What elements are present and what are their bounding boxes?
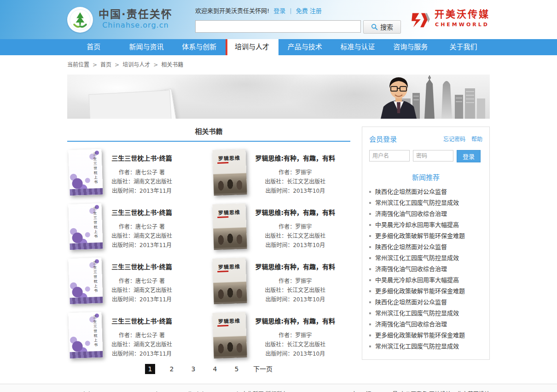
- book-cover-title: 罗辑思维: [212, 153, 246, 164]
- register-link[interactable]: 免费 注册: [296, 6, 322, 16]
- book-title[interactable]: 三生三世枕上书·终篇: [111, 208, 172, 218]
- book-publish-date: 出版时间：2013年10月: [255, 295, 336, 304]
- breadcrumb: 当前位置>首页>培训与人才>相关书籍: [67, 61, 490, 69]
- news-list-item[interactable]: 陕西化企坦然面对公众监督: [369, 297, 482, 308]
- nav-item[interactable]: 产品与技术: [278, 39, 331, 55]
- nav-item[interactable]: 体系与创新: [173, 39, 226, 55]
- book-list-item[interactable]: 三生三世枕上书 三生三世枕上书·终篇 作者：唐七公子 著 出版社：湖南文艺出版社…: [67, 150, 207, 196]
- book-list-item[interactable]: 罗辑思维 罗辑思维:有种，有趣，有料 作者：罗振宇 出版社：长江文艺出版社 出版…: [211, 204, 351, 250]
- book-list-item[interactable]: 三生三世枕上书 三生三世枕上书·终篇 作者：唐七公子 著 出版社：湖南文艺出版社…: [67, 204, 207, 250]
- news-list-item[interactable]: 更多细化政策破解节能环保金难题: [369, 286, 482, 297]
- search-input[interactable]: [195, 20, 361, 33]
- bullet-icon: [369, 246, 371, 248]
- book-author: 作者：唐七公子 著: [111, 222, 172, 231]
- nav-item[interactable]: 首页: [67, 39, 120, 55]
- pagination-page[interactable]: 5: [232, 364, 242, 374]
- page: 中国·责任关怀 Chinahse.org.cn 欢迎来到开美沃责任关怀网! 登录…: [0, 0, 557, 10]
- banner-image: [67, 75, 490, 119]
- breadcrumb-item[interactable]: 培训与人才: [122, 60, 150, 70]
- news-list-item[interactable]: 济南强化油气回收综合治理: [369, 264, 482, 275]
- news-list-item[interactable]: 济南强化油气回收综合治理: [369, 319, 482, 330]
- news-list-item[interactable]: 常州滨江化工园废气防控显成效: [369, 308, 482, 319]
- book-list-item[interactable]: 罗辑思维 罗辑思维:有种，有趣，有料 作者：罗振宇 出版社：长江文艺出版社 出版…: [211, 150, 351, 196]
- nav-item[interactable]: 咨询与服务: [384, 39, 437, 55]
- book-title[interactable]: 罗辑思维:有种，有趣，有料: [255, 153, 336, 163]
- brand-name-cn: 开美沃传媒: [435, 9, 490, 19]
- news-item-text: 陕西化企坦然面对公众监督: [375, 297, 447, 308]
- search-button-label: 搜索: [380, 22, 393, 31]
- book-author: 作者：唐七公子 著: [111, 277, 172, 286]
- book-title[interactable]: 罗辑思维:有种，有趣，有料: [255, 208, 336, 218]
- book-author: 作者：罗振宇: [255, 331, 336, 340]
- news-list-item[interactable]: 陕西化企坦然面对公众监督: [369, 186, 482, 197]
- breadcrumb-separator: >: [115, 60, 119, 70]
- book-list-item[interactable]: 三生三世枕上书 三生三世枕上书·终篇 作者：唐七公子 著 出版社：湖南文艺出版社…: [67, 258, 207, 304]
- breadcrumb-separator: >: [153, 60, 158, 70]
- bullet-icon: [369, 323, 371, 325]
- nav-item-label: 标准与认证: [341, 43, 375, 51]
- site-logo[interactable]: 中国·责任关怀 Chinahse.org.cn: [67, 7, 191, 33]
- book-title[interactable]: 罗辑思维:有种，有趣，有料: [255, 262, 336, 272]
- news-list-item[interactable]: 中昊晨光冷却水回用率大幅提高: [369, 275, 482, 286]
- breadcrumb-separator: >: [93, 60, 97, 70]
- book-publisher: 出版社：湖南文艺出版社: [111, 177, 172, 186]
- forgot-password-link[interactable]: 忘记密码: [443, 134, 465, 144]
- footer-right-text: 京ICP证100512号 京公网安备 网站设计：北京蓝蓝设计: [351, 389, 490, 392]
- password-input[interactable]: [413, 150, 453, 161]
- pagination: 12345 下一页: [67, 364, 350, 374]
- nav-item-label: 培训与人才: [235, 43, 269, 51]
- news-item-text: 济南强化油气回收综合治理: [375, 264, 447, 275]
- site-title: 中国·责任关怀: [99, 9, 173, 19]
- login-button[interactable]: 登录: [457, 150, 481, 162]
- nav-item[interactable]: 新闻与资讯: [120, 39, 173, 55]
- banner-papers-art: [92, 89, 176, 119]
- book-list-item[interactable]: 罗辑思维 罗辑思维:有种，有趣，有料 作者：罗振宇 出版社：长江文艺出版社 出版…: [211, 312, 351, 358]
- books-section: 相关书籍 三生三世枕上书 三生三世枕上书·终篇 作者：唐七公子 著 出版社：湖南…: [67, 127, 350, 374]
- book-publish-date: 出版时间：2013年11月: [111, 295, 172, 304]
- book-title[interactable]: 三生三世枕上书·终篇: [111, 262, 172, 272]
- book-author: 作者：唐七公子 著: [111, 331, 172, 340]
- book-cover-image: 罗辑思维: [212, 258, 247, 304]
- search-button[interactable]: 搜索: [363, 20, 401, 34]
- login-link[interactable]: 登录: [273, 6, 285, 16]
- member-login-title: 会员登录: [369, 134, 397, 144]
- breadcrumb-item: 相关书籍: [161, 60, 183, 70]
- book-title[interactable]: 三生三世枕上书·终篇: [111, 316, 172, 326]
- news-list-item[interactable]: 常州滨江化工园废气防控显成效: [369, 197, 482, 208]
- nav-item-label: 产品与技术: [288, 43, 322, 51]
- book-title[interactable]: 三生三世枕上书·终篇: [111, 153, 172, 163]
- book-title[interactable]: 罗辑思维:有种，有趣，有料: [255, 316, 336, 326]
- pagination-page[interactable]: 1: [145, 364, 155, 374]
- pagination-page[interactable]: 4: [210, 364, 220, 374]
- news-list-item[interactable]: 常州滨江化工园废气防控显成效: [369, 253, 482, 264]
- copyright-text: Copyright © 2009-2013 www.ccin.com.cn Al…: [67, 389, 288, 392]
- nav-item[interactable]: 关于我们: [437, 39, 490, 55]
- book-list-item[interactable]: 罗辑思维 罗辑思维:有种，有趣，有料 作者：罗振宇 出版社：长江文艺出版社 出版…: [211, 258, 351, 304]
- nav-item[interactable]: 培训与人才: [226, 39, 278, 55]
- news-item-text: 陕西化企坦然面对公众监督: [375, 186, 447, 197]
- news-list-item[interactable]: 中昊晨光冷却水回用率大幅提高: [369, 219, 482, 231]
- book-cover-title: 罗辑思维: [212, 316, 246, 327]
- news-recommend-title: 新闻推荐: [369, 173, 482, 183]
- news-item-text: 更多细化政策破解节能环保金难题: [375, 330, 465, 341]
- username-input[interactable]: [369, 150, 410, 161]
- news-item-text: 中昊晨光冷却水回用率大幅提高: [375, 219, 459, 231]
- news-item-text: 更多细化政策破解节能环保金难题: [375, 231, 465, 242]
- help-link[interactable]: 帮助: [471, 134, 482, 144]
- news-list-item[interactable]: 济南强化油气回收综合治理: [369, 208, 482, 219]
- nav-item[interactable]: 标准与认证: [331, 39, 384, 55]
- pagination-next[interactable]: 下一页: [253, 364, 273, 374]
- pagination-page[interactable]: 3: [188, 364, 198, 374]
- brand-name-en: CHEMWORLD: [435, 20, 490, 30]
- chemworld-brand: 开美沃传媒 CHEMWORLD: [411, 9, 490, 30]
- news-list-item[interactable]: 陕西化企坦然面对公众监督: [369, 242, 482, 253]
- news-list-item[interactable]: 常州滨江化工园废气防控显成效: [369, 341, 482, 352]
- book-list-item[interactable]: 三生三世枕上书 三生三世枕上书·终篇 作者：唐七公子 著 出版社：湖南文艺出版社…: [67, 312, 207, 358]
- news-list-item[interactable]: 更多细化政策破解节能环保金难题: [369, 330, 482, 341]
- breadcrumb-item[interactable]: 首页: [100, 60, 111, 70]
- book-publish-date: 出版时间：2013年11月: [111, 241, 172, 250]
- book-cover-title: 罗辑思维: [212, 208, 246, 219]
- news-list-item[interactable]: 更多细化政策破解节能环保金难题: [369, 231, 482, 242]
- pagination-page[interactable]: 2: [167, 364, 177, 374]
- book-cover-title: 三生三世枕上书: [89, 152, 100, 185]
